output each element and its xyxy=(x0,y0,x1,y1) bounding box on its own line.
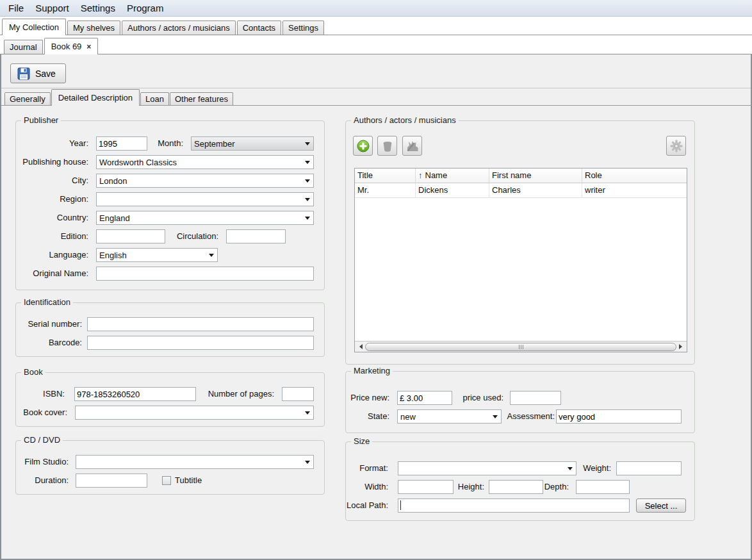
tab-authors-actors-musicians[interactable]: Authors / actors / musicians xyxy=(122,21,236,35)
tab-generally[interactable]: Generally xyxy=(4,92,51,105)
edit-author-button[interactable] xyxy=(402,136,422,156)
sort-ascending-icon: ↑ xyxy=(418,170,423,180)
identification-group: Identification Serial number: Barcode: xyxy=(15,302,325,357)
tab-loan[interactable]: Loan xyxy=(140,92,169,105)
close-tab-icon[interactable]: × xyxy=(86,42,91,51)
circulation-field[interactable] xyxy=(226,229,286,243)
scroll-left-arrow[interactable] xyxy=(355,342,364,352)
add-icon xyxy=(356,139,370,153)
tab-journal[interactable]: Journal xyxy=(4,40,43,54)
menu-program[interactable]: Program xyxy=(121,1,170,15)
tab-contacts[interactable]: Contacts xyxy=(237,21,281,35)
cd-dvd-group: CD / DVD Film Studio: Duration: Tubtitle xyxy=(15,440,325,495)
serial-number-label: Serial number: xyxy=(16,317,82,331)
main-tab-strip: My Collection My shelves Authors / actor… xyxy=(0,17,752,35)
barcode-label: Barcode: xyxy=(16,336,82,350)
authors-settings-button[interactable] xyxy=(666,136,686,156)
column-header-name-label: Name xyxy=(425,170,448,180)
publishing-house-dropdown-value: Wordsworth Classics xyxy=(97,158,302,167)
tab-other-features[interactable]: Other features xyxy=(170,92,233,105)
width-label: Width: xyxy=(346,480,388,494)
trash-icon xyxy=(380,139,395,153)
add-author-button[interactable] xyxy=(353,136,373,156)
horizontal-scrollbar xyxy=(355,341,687,352)
number-of-pages-label: Number of pages: xyxy=(204,387,274,401)
serial-number-field[interactable] xyxy=(87,317,314,331)
month-label: Month: xyxy=(142,136,183,151)
author-first-name-cell: Charles xyxy=(489,183,582,197)
select-path-button[interactable]: Select ... xyxy=(636,498,686,513)
number-of-pages-field[interactable] xyxy=(282,387,314,401)
language-dropdown[interactable]: English xyxy=(96,248,218,262)
publishing-house-dropdown[interactable]: Wordsworth Classics xyxy=(96,155,314,169)
menu-settings[interactable]: Settings xyxy=(75,1,121,15)
assessment-field[interactable] xyxy=(556,409,682,424)
assessment-label: Assessment: xyxy=(493,409,555,424)
menu-file[interactable]: File xyxy=(3,1,29,15)
region-dropdown[interactable] xyxy=(96,192,314,206)
column-header-role[interactable]: Role xyxy=(582,169,687,183)
barcode-field[interactable] xyxy=(87,336,314,350)
column-header-title[interactable]: Title xyxy=(355,169,416,183)
chevron-down-icon xyxy=(302,408,313,417)
weight-field[interactable] xyxy=(616,461,682,475)
subtitle-checkbox[interactable] xyxy=(162,476,171,485)
month-dropdown[interactable]: September xyxy=(191,136,314,151)
local-path-field[interactable] xyxy=(398,498,630,513)
author-name-cell: Dickens xyxy=(416,183,489,197)
original-name-field[interactable] xyxy=(96,267,314,281)
isbn-field[interactable] xyxy=(74,387,196,401)
price-new-label: Price new: xyxy=(346,391,389,405)
tab-my-shelves[interactable]: My shelves xyxy=(67,21,120,35)
tab-detailed-description[interactable]: Detailed Description xyxy=(51,89,140,106)
city-dropdown[interactable]: London xyxy=(96,174,314,188)
column-header-name[interactable]: ↑Name xyxy=(416,169,489,183)
original-name-label: Original Name: xyxy=(21,267,88,281)
depth-field[interactable] xyxy=(576,480,630,494)
menu-support[interactable]: Support xyxy=(29,1,75,15)
save-button[interactable]: Save xyxy=(10,63,66,83)
format-dropdown[interactable] xyxy=(398,461,576,475)
state-dropdown[interactable]: new xyxy=(397,409,502,424)
size-group: Size Format: Weight: Width: Height: Dept… xyxy=(345,441,695,521)
scroll-right-arrow[interactable] xyxy=(677,342,687,352)
chevron-down-icon xyxy=(302,176,313,185)
book-group: Book ISBN: Number of pages: Book cover: xyxy=(15,372,325,427)
tab-settings[interactable]: Settings xyxy=(282,21,324,35)
delete-author-button[interactable] xyxy=(377,136,397,156)
format-label: Format: xyxy=(346,461,388,475)
save-button-label: Save xyxy=(35,69,56,79)
month-dropdown-value: September xyxy=(192,139,302,149)
film-studio-dropdown[interactable] xyxy=(76,455,314,469)
year-field[interactable] xyxy=(96,136,147,151)
column-header-first-name[interactable]: First name xyxy=(489,169,582,183)
publisher-group-title: Publisher xyxy=(21,115,61,125)
book-group-title: Book xyxy=(21,367,45,377)
chevron-down-icon xyxy=(302,139,313,148)
author-title-cell: Mr. xyxy=(355,183,416,197)
price-used-field[interactable] xyxy=(510,391,561,405)
tab-my-collection[interactable]: My Collection xyxy=(2,19,66,35)
marketing-group: Marketing Price new: price used: State: … xyxy=(345,371,695,433)
gear-icon xyxy=(669,138,684,154)
chevron-down-icon xyxy=(302,158,313,167)
author-row[interactable]: Mr. Dickens Charles writer xyxy=(355,183,687,198)
book-cover-dropdown[interactable] xyxy=(75,406,314,420)
book-cover-label: Book cover: xyxy=(16,406,67,420)
size-group-title: Size xyxy=(351,436,372,446)
scrollbar-thumb[interactable] xyxy=(365,343,676,351)
tab-book-69[interactable]: Book 69× xyxy=(44,38,99,54)
author-role-cell: writer xyxy=(582,183,687,197)
duration-label: Duration: xyxy=(16,474,69,488)
subtitle-checkbox-label: Tubtitle xyxy=(175,474,220,488)
country-dropdown[interactable]: England xyxy=(96,211,314,225)
city-label: City: xyxy=(21,174,88,188)
menu-bar: File Support Settings Program xyxy=(0,0,752,17)
publisher-group: Publisher Year: Month: September Publish… xyxy=(15,120,325,290)
depth-label: Depth: xyxy=(533,480,569,494)
edition-field[interactable] xyxy=(96,229,165,243)
price-used-label: price used: xyxy=(442,391,503,405)
identification-group-title: Identification xyxy=(21,297,73,307)
chevron-down-icon xyxy=(302,213,313,222)
duration-field[interactable] xyxy=(76,474,147,488)
